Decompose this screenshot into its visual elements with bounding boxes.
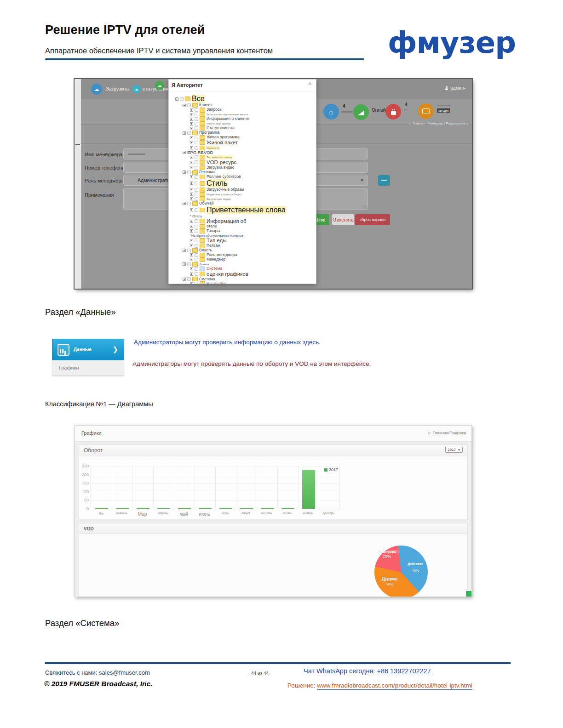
expand-icon[interactable]	[183, 249, 186, 252]
checkbox[interactable]	[187, 171, 191, 174]
bar[interactable]	[302, 470, 315, 509]
expand-icon[interactable]	[190, 166, 193, 169]
footer-solution[interactable]: Решение: www.fmradiobroadcast.com/produc…	[287, 682, 472, 689]
expand-icon[interactable]	[183, 278, 186, 281]
expand-icon[interactable]	[183, 151, 186, 154]
checkbox[interactable]	[187, 202, 191, 205]
expand-icon[interactable]	[190, 220, 193, 223]
checkbox[interactable]	[195, 225, 198, 228]
menu-toggle-icon[interactable]	[75, 144, 80, 145]
checkbox[interactable]	[195, 126, 198, 130]
checkbox[interactable]	[187, 262, 191, 266]
tree-item[interactable]: Пейзаж	[169, 244, 316, 248]
checkbox[interactable]	[195, 239, 198, 242]
checkbox[interactable]	[195, 117, 198, 121]
expand-icon[interactable]	[190, 127, 193, 130]
checkbox[interactable]	[195, 146, 198, 150]
tree-item[interactable]: EPG REVOD	[169, 150, 316, 155]
tree-item[interactable]: Стиль	[169, 179, 316, 188]
checkbox[interactable]	[195, 253, 198, 257]
expand-icon[interactable]	[183, 171, 186, 174]
bar[interactable]	[95, 508, 108, 509]
year-select[interactable]: 2017 ▼	[445, 447, 463, 453]
checkbox[interactable]	[195, 229, 198, 233]
expand-icon[interactable]	[190, 208, 193, 211]
tree-item[interactable]: Информация о клиенте	[169, 117, 316, 121]
tree-item[interactable]: Приветственные слова	[169, 206, 316, 214]
locked-stat-icon[interactable]	[385, 104, 401, 119]
vod-pie-chart[interactable]: Действие40%Драма40%Катастрофа20%	[374, 546, 428, 597]
checkbox[interactable]	[187, 277, 191, 281]
expand-icon[interactable]	[190, 193, 193, 196]
bar[interactable]	[178, 508, 191, 509]
tree-item[interactable]: *История обслуживания номеров	[169, 233, 316, 238]
expand-icon[interactable]	[190, 156, 193, 159]
checkbox[interactable]	[195, 208, 198, 212]
tree-item[interactable]: Все	[169, 95, 316, 103]
checkbox[interactable]	[195, 267, 198, 271]
clients-stat-icon[interactable]: ⌂	[323, 104, 339, 119]
checkbox[interactable]	[195, 182, 198, 185]
checkbox[interactable]	[187, 249, 191, 252]
expand-icon[interactable]	[175, 97, 178, 101]
checkbox[interactable]	[195, 175, 198, 179]
tree-item[interactable]: Товары	[169, 229, 316, 233]
tree-item[interactable]: Обычай	[169, 201, 316, 206]
reset-password-button[interactable]: сброс пароля	[355, 214, 390, 225]
checkbox[interactable]	[195, 188, 198, 192]
collapsed-sidebar[interactable]	[75, 79, 81, 289]
expand-icon[interactable]	[190, 141, 193, 144]
checkbox[interactable]	[195, 282, 198, 284]
expand-icon[interactable]	[190, 267, 193, 270]
chart-legend[interactable]: 2017	[324, 467, 338, 472]
checkbox[interactable]	[195, 141, 198, 144]
expand-icon[interactable]	[190, 188, 193, 191]
expand-icon[interactable]	[190, 225, 193, 228]
tree-item[interactable]: Тип видео по заказу	[169, 155, 316, 159]
tree-item[interactable]: отеле	[169, 224, 316, 229]
expand-icon[interactable]	[190, 175, 193, 178]
tree-item[interactable]: Система	[169, 267, 316, 271]
expand-icon[interactable]	[183, 262, 186, 266]
expand-icon[interactable]	[190, 136, 193, 139]
tree-item[interactable]: Статус клиента	[169, 126, 316, 131]
expand-icon[interactable]	[183, 202, 186, 205]
checkbox[interactable]	[187, 131, 191, 135]
footer-contact[interactable]: Свяжитесь с нами: sales@fmuser.com	[45, 669, 150, 676]
tree-item[interactable]: Загрузочное видео	[169, 197, 316, 201]
tree-item[interactable]: Загрузочные образы	[169, 188, 316, 192]
bar[interactable]	[137, 508, 149, 509]
checkbox[interactable]	[195, 166, 198, 170]
tree-item[interactable]: Загрузка видео	[169, 165, 316, 170]
upload-label[interactable]: Загрузить	[106, 86, 129, 91]
whatsapp-number[interactable]: +86 13922702227	[377, 667, 431, 675]
checkbox[interactable]	[195, 244, 198, 248]
expand-icon[interactable]	[190, 182, 193, 185]
tree-item[interactable]: Живой пакет	[169, 140, 316, 146]
checkbox[interactable]	[195, 219, 198, 223]
menu-item-data[interactable]: Данные ❯	[52, 339, 124, 360]
tree-item[interactable]: Живая программа	[169, 135, 316, 140]
collapse-chevron-icon[interactable]: ^	[308, 81, 311, 88]
bar[interactable]	[199, 508, 212, 509]
checkbox[interactable]	[195, 122, 198, 125]
admin-user-menu[interactable]: админ-	[445, 85, 465, 91]
menu-item-charts[interactable]: Графики	[52, 360, 124, 375]
tree-item[interactable]: VOD-ресурс	[169, 159, 316, 165]
checkbox[interactable]	[195, 272, 198, 276]
tree-item[interactable]: Реклама	[169, 170, 316, 175]
checkbox[interactable]	[195, 193, 198, 196]
expand-icon[interactable]	[190, 197, 193, 200]
expand-icon[interactable]	[190, 229, 193, 233]
tree-item[interactable]: Клиентская группа	[169, 121, 316, 126]
tree-item[interactable]: Система	[169, 277, 316, 281]
tree-item[interactable]: Индексная страница Видео	[169, 192, 316, 197]
tree-item[interactable]: Роль менеджера	[169, 253, 316, 257]
checkbox[interactable]	[195, 136, 198, 139]
today-stat-icon[interactable]	[418, 103, 434, 119]
solution-link[interactable]: www.fmradiobroadcast.com/product/detail/…	[317, 682, 472, 690]
tree-item[interactable]: Тип еды	[169, 238, 316, 244]
bar[interactable]	[219, 508, 232, 509]
bar[interactable]	[157, 508, 170, 509]
bar[interactable]	[116, 508, 129, 509]
